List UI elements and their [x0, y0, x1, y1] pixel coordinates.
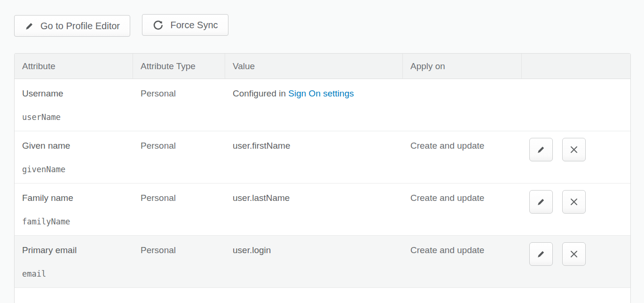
toolbar: Go to Profile Editor Force Sync	[14, 14, 630, 37]
table-row-family-name: Family name familyName Personal user.las…	[15, 183, 630, 236]
table-row-primary-email: Primary email email Personal user.login …	[15, 236, 630, 288]
column-header-attribute: Attribute	[15, 54, 133, 79]
remove-mapping-button[interactable]	[562, 242, 586, 266]
column-header-attribute-type: Attribute Type	[133, 54, 225, 79]
mapping-value: user.login	[233, 245, 271, 255]
apply-on-value: Create and update	[410, 141, 484, 151]
force-sync-button[interactable]: Force Sync	[142, 14, 228, 36]
apply-on-value: Create and update	[410, 193, 484, 203]
remove-mapping-button[interactable]	[562, 138, 586, 161]
attribute-label: Given name	[22, 140, 126, 151]
force-sync-label: Force Sync	[170, 20, 218, 31]
x-icon	[570, 250, 578, 258]
attribute-label: Username	[22, 88, 126, 99]
column-header-value: Value	[225, 54, 403, 79]
pencil-icon	[536, 145, 546, 154]
edit-mapping-button[interactable]	[529, 242, 553, 266]
table-header-row: Attribute Attribute Type Value Apply on	[15, 54, 630, 79]
mapping-value: user.firstName	[233, 141, 290, 151]
column-header-apply-on: Apply on	[403, 54, 522, 79]
attribute-mappings-page: Go to Profile Editor Force Sync Attribut…	[0, 0, 644, 303]
mapping-value: user.lastName	[233, 193, 290, 203]
pencil-icon	[24, 21, 34, 31]
attribute-type: Personal	[141, 245, 176, 255]
attribute-variable-name: givenName	[22, 165, 126, 175]
attribute-type: Personal	[141, 141, 176, 151]
table-row-username: Username userName Personal Configured in…	[15, 79, 630, 131]
apply-on-value: Create and update	[410, 245, 484, 255]
remove-mapping-button[interactable]	[562, 190, 586, 214]
x-icon	[570, 198, 578, 206]
column-header-actions	[522, 54, 630, 79]
value-prefix-text: Configured in	[233, 88, 288, 98]
table-row-partial	[15, 288, 630, 303]
attribute-variable-name: email	[22, 269, 126, 279]
attribute-type: Personal	[141, 193, 176, 203]
table-row-given-name: Given name givenName Personal user.first…	[15, 131, 630, 183]
attribute-label: Family name	[22, 192, 126, 203]
go-to-profile-editor-label: Go to Profile Editor	[40, 21, 120, 32]
refresh-icon	[152, 19, 164, 31]
sign-on-settings-link[interactable]: Sign On settings	[288, 88, 353, 98]
x-icon	[570, 145, 578, 154]
pencil-icon	[536, 197, 546, 207]
attribute-type: Personal	[141, 88, 176, 98]
pencil-icon	[536, 249, 546, 259]
edit-mapping-button[interactable]	[529, 138, 553, 161]
attribute-label: Primary email	[22, 245, 126, 255]
attribute-variable-name: userName	[22, 112, 126, 122]
attribute-mapping-table: Attribute Attribute Type Value Apply on …	[14, 53, 631, 303]
attribute-variable-name: familyName	[22, 217, 126, 227]
go-to-profile-editor-button[interactable]: Go to Profile Editor	[14, 15, 130, 37]
edit-mapping-button[interactable]	[529, 190, 553, 214]
